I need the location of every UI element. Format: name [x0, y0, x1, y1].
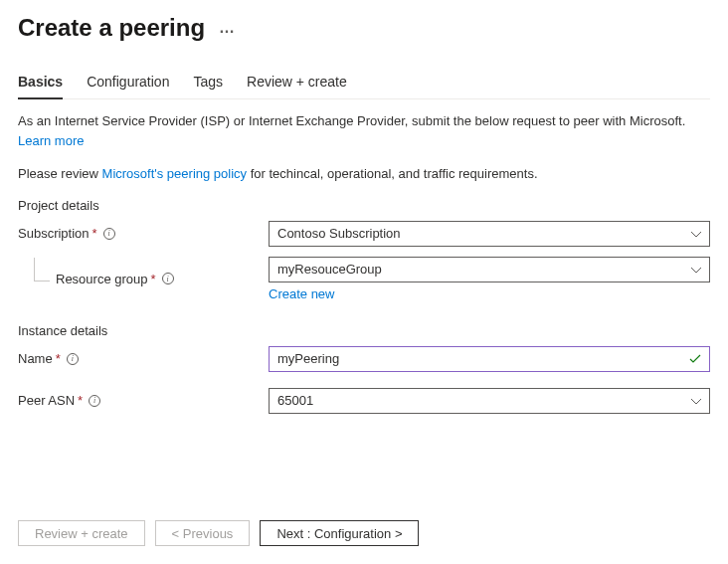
required-indicator: * — [56, 351, 61, 366]
chevron-down-icon — [691, 226, 701, 241]
policy-text: Please review Microsoft's peering policy… — [18, 164, 710, 184]
label-subscription: Subscription * i — [18, 226, 269, 241]
info-icon[interactable]: i — [67, 353, 79, 365]
chevron-down-icon — [691, 393, 701, 408]
required-indicator: * — [92, 226, 97, 241]
review-create-button[interactable]: Review + create — [18, 520, 145, 546]
info-icon[interactable]: i — [162, 273, 174, 284]
label-name-text: Name — [18, 351, 53, 366]
create-new-link[interactable]: Create new — [269, 286, 710, 301]
peering-policy-link[interactable]: Microsoft's peering policy — [102, 166, 248, 181]
page-title-text: Create a peering — [18, 14, 205, 42]
required-indicator: * — [78, 393, 83, 408]
tab-review-create[interactable]: Review + create — [247, 66, 347, 98]
more-actions-icon[interactable]: … — [219, 19, 236, 37]
policy-prefix: Please review — [18, 166, 102, 181]
check-icon — [689, 351, 701, 367]
label-resource-group: Resource group * i — [18, 272, 269, 286]
resource-group-value: myResouceGroup — [277, 262, 382, 277]
info-icon[interactable]: i — [103, 228, 115, 240]
label-name: Name * i — [18, 351, 269, 366]
peer-asn-value: 65001 — [277, 393, 313, 408]
page-title: Create a peering … — [18, 14, 710, 42]
row-resource-group: Resource group * i myResouceGroup Create… — [18, 257, 710, 301]
subscription-value: Contoso Subscription — [277, 226, 401, 241]
label-subscription-text: Subscription — [18, 226, 90, 241]
indent-line — [34, 258, 50, 282]
tab-basics[interactable]: Basics — [18, 66, 63, 99]
tab-configuration[interactable]: Configuration — [87, 66, 169, 98]
row-subscription: Subscription * i Contoso Subscription — [18, 221, 710, 247]
learn-more-link[interactable]: Learn more — [18, 133, 84, 148]
peer-asn-select[interactable]: 65001 — [269, 388, 710, 414]
required-indicator: * — [151, 272, 156, 286]
label-resource-group-text: Resource group — [56, 272, 148, 286]
intro-line1: As an Internet Service Provider (ISP) or… — [18, 113, 685, 128]
label-peer-asn: Peer ASN * i — [18, 393, 269, 408]
chevron-down-icon — [691, 262, 701, 277]
resource-group-select[interactable]: myResouceGroup — [269, 257, 710, 282]
intro-text: As an Internet Service Provider (ISP) or… — [18, 111, 710, 150]
tabs: Basics Configuration Tags Review + creat… — [18, 66, 710, 99]
policy-suffix: for techincal, operational, and traffic … — [247, 166, 537, 181]
subscription-select[interactable]: Contoso Subscription — [269, 221, 710, 247]
row-peer-asn: Peer ASN * i 65001 — [18, 388, 710, 414]
info-icon[interactable]: i — [89, 395, 100, 407]
name-value: myPeering — [277, 351, 339, 366]
section-instance-details: Instance details — [18, 323, 710, 338]
section-project-details: Project details — [18, 198, 710, 213]
label-peer-asn-text: Peer ASN — [18, 393, 75, 408]
tab-tags[interactable]: Tags — [193, 66, 223, 98]
row-name: Name * i myPeering — [18, 346, 710, 372]
name-input[interactable]: myPeering — [269, 346, 710, 372]
button-bar: Review + create < Previous Next : Config… — [18, 520, 419, 546]
previous-button[interactable]: < Previous — [155, 520, 251, 546]
next-button[interactable]: Next : Configuration > — [260, 520, 419, 546]
